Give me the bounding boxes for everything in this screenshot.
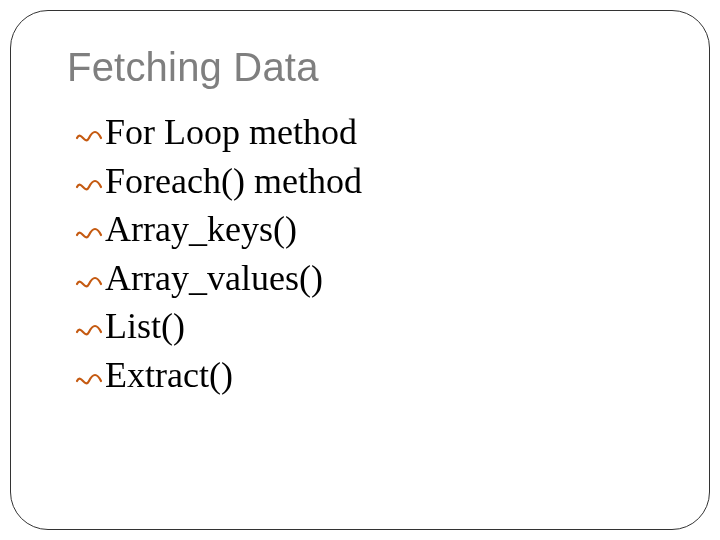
list-item-label: List() — [105, 302, 185, 351]
bullet-icon — [75, 359, 103, 400]
list-item: For Loop method — [75, 108, 679, 157]
bullet-icon — [75, 262, 103, 303]
list-item-label: Extract() — [105, 351, 233, 400]
list-item: Array_values() — [75, 254, 679, 303]
list-item-label: For Loop method — [105, 108, 357, 157]
list-item-label: Foreach() method — [105, 157, 362, 206]
slide-title: Fetching Data — [67, 45, 679, 90]
slide-frame: Fetching Data For Loop method Foreach() … — [10, 10, 710, 530]
list-item: List() — [75, 302, 679, 351]
list-item: Array_keys() — [75, 205, 679, 254]
bullet-icon — [75, 310, 103, 351]
bullet-icon — [75, 165, 103, 206]
list-item-label: Array_keys() — [105, 205, 297, 254]
list-item: Foreach() method — [75, 157, 679, 206]
bullet-list: For Loop method Foreach() method Array_k… — [75, 108, 679, 400]
list-item-label: Array_values() — [105, 254, 323, 303]
bullet-icon — [75, 116, 103, 157]
bullet-icon — [75, 213, 103, 254]
list-item: Extract() — [75, 351, 679, 400]
